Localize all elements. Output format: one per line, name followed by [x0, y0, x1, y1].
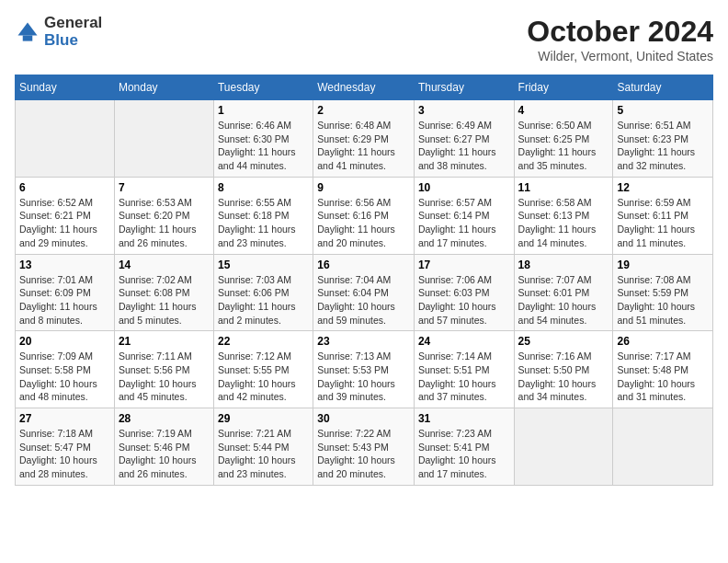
day-number: 23 [317, 335, 410, 348]
svg-marker-0 [18, 22, 38, 35]
calendar-cell: 13Sunrise: 7:01 AM Sunset: 6:09 PM Dayli… [16, 254, 115, 331]
calendar-cell: 2Sunrise: 6:48 AM Sunset: 6:29 PM Daylig… [313, 100, 415, 178]
calendar-cell: 23Sunrise: 7:13 AM Sunset: 5:53 PM Dayli… [313, 331, 415, 408]
month-title: October 2024 [527, 15, 713, 49]
day-detail: Sunrise: 7:09 AM Sunset: 5:58 PM Dayligh… [19, 350, 110, 404]
location: Wilder, Vermont, United States [527, 49, 713, 63]
weekday-header: Tuesday [213, 75, 313, 100]
day-number: 20 [19, 335, 110, 348]
logo-blue: Blue [44, 32, 102, 50]
weekday-header: Thursday [414, 75, 514, 100]
calendar-cell [114, 100, 213, 178]
day-detail: Sunrise: 6:57 AM Sunset: 6:14 PM Dayligh… [418, 196, 510, 250]
day-number: 31 [418, 412, 510, 425]
calendar-cell: 8Sunrise: 6:55 AM Sunset: 6:18 PM Daylig… [213, 177, 313, 254]
day-detail: Sunrise: 6:51 AM Sunset: 6:23 PM Dayligh… [617, 119, 709, 173]
day-number: 1 [218, 104, 309, 117]
calendar-cell: 22Sunrise: 7:12 AM Sunset: 5:55 PM Dayli… [213, 331, 313, 408]
logo-general: General [44, 15, 102, 32]
day-detail: Sunrise: 7:04 AM Sunset: 6:04 PM Dayligh… [317, 273, 410, 327]
day-number: 11 [518, 181, 609, 194]
weekday-header: Wednesday [313, 75, 415, 100]
day-number: 27 [19, 412, 110, 425]
weekday-header: Monday [114, 75, 213, 100]
calendar-cell: 5Sunrise: 6:51 AM Sunset: 6:23 PM Daylig… [613, 100, 713, 178]
day-number: 14 [119, 259, 210, 271]
calendar-cell [613, 408, 713, 486]
day-number: 12 [617, 181, 709, 194]
title-area: October 2024 Wilder, Vermont, United Sta… [527, 15, 713, 63]
day-detail: Sunrise: 7:06 AM Sunset: 6:03 PM Dayligh… [418, 273, 510, 327]
calendar-cell: 17Sunrise: 7:06 AM Sunset: 6:03 PM Dayli… [414, 254, 514, 331]
day-number: 5 [617, 104, 709, 117]
weekday-header: Friday [514, 75, 613, 100]
calendar-cell: 3Sunrise: 6:49 AM Sunset: 6:27 PM Daylig… [414, 100, 514, 178]
calendar-cell: 20Sunrise: 7:09 AM Sunset: 5:58 PM Dayli… [16, 331, 115, 408]
day-detail: Sunrise: 7:19 AM Sunset: 5:46 PM Dayligh… [119, 427, 210, 481]
day-detail: Sunrise: 6:48 AM Sunset: 6:29 PM Dayligh… [317, 119, 410, 173]
day-detail: Sunrise: 6:46 AM Sunset: 6:30 PM Dayligh… [218, 119, 309, 173]
logo-icon [15, 19, 40, 45]
calendar-cell: 27Sunrise: 7:18 AM Sunset: 5:47 PM Dayli… [16, 408, 115, 486]
day-detail: Sunrise: 6:55 AM Sunset: 6:18 PM Dayligh… [218, 196, 309, 250]
day-detail: Sunrise: 7:23 AM Sunset: 5:41 PM Dayligh… [418, 427, 510, 481]
day-number: 10 [418, 181, 510, 194]
day-detail: Sunrise: 7:14 AM Sunset: 5:51 PM Dayligh… [418, 350, 510, 404]
calendar-cell: 21Sunrise: 7:11 AM Sunset: 5:56 PM Dayli… [114, 331, 213, 408]
day-detail: Sunrise: 7:22 AM Sunset: 5:43 PM Dayligh… [317, 427, 410, 481]
day-number: 7 [119, 181, 210, 194]
logo-text: General Blue [44, 15, 102, 49]
day-number: 2 [317, 104, 410, 117]
calendar-cell: 30Sunrise: 7:22 AM Sunset: 5:43 PM Dayli… [313, 408, 415, 486]
weekday-header: Saturday [613, 75, 713, 100]
day-detail: Sunrise: 7:21 AM Sunset: 5:44 PM Dayligh… [218, 427, 309, 481]
calendar-cell [16, 100, 115, 178]
day-number: 28 [119, 412, 210, 425]
day-detail: Sunrise: 6:49 AM Sunset: 6:27 PM Dayligh… [418, 119, 510, 173]
calendar-cell: 1Sunrise: 6:46 AM Sunset: 6:30 PM Daylig… [213, 100, 313, 178]
day-detail: Sunrise: 7:18 AM Sunset: 5:47 PM Dayligh… [19, 427, 110, 481]
day-number: 16 [317, 259, 410, 271]
day-number: 30 [317, 412, 410, 425]
day-detail: Sunrise: 6:53 AM Sunset: 6:20 PM Dayligh… [119, 196, 210, 250]
day-detail: Sunrise: 7:11 AM Sunset: 5:56 PM Dayligh… [119, 350, 210, 404]
calendar-cell: 4Sunrise: 6:50 AM Sunset: 6:25 PM Daylig… [514, 100, 613, 178]
day-number: 17 [418, 259, 510, 271]
day-number: 8 [218, 181, 309, 194]
day-number: 24 [418, 335, 510, 348]
weekday-header: Sunday [16, 75, 115, 100]
calendar-cell: 28Sunrise: 7:19 AM Sunset: 5:46 PM Dayli… [114, 408, 213, 486]
calendar-cell: 24Sunrise: 7:14 AM Sunset: 5:51 PM Dayli… [414, 331, 514, 408]
day-detail: Sunrise: 7:16 AM Sunset: 5:50 PM Dayligh… [518, 350, 609, 404]
day-detail: Sunrise: 7:13 AM Sunset: 5:53 PM Dayligh… [317, 350, 410, 404]
day-number: 4 [518, 104, 609, 117]
calendar-cell: 25Sunrise: 7:16 AM Sunset: 5:50 PM Dayli… [514, 331, 613, 408]
calendar-cell: 15Sunrise: 7:03 AM Sunset: 6:06 PM Dayli… [213, 254, 313, 331]
day-number: 13 [19, 259, 110, 271]
day-detail: Sunrise: 7:07 AM Sunset: 6:01 PM Dayligh… [518, 273, 609, 327]
calendar-cell: 11Sunrise: 6:58 AM Sunset: 6:13 PM Dayli… [514, 177, 613, 254]
calendar-cell: 12Sunrise: 6:59 AM Sunset: 6:11 PM Dayli… [613, 177, 713, 254]
page-header: General Blue October 2024 Wilder, Vermon… [15, 15, 713, 63]
day-detail: Sunrise: 6:50 AM Sunset: 6:25 PM Dayligh… [518, 119, 609, 173]
day-detail: Sunrise: 7:17 AM Sunset: 5:48 PM Dayligh… [617, 350, 709, 404]
day-number: 29 [218, 412, 309, 425]
day-detail: Sunrise: 7:01 AM Sunset: 6:09 PM Dayligh… [19, 273, 110, 327]
calendar-cell: 9Sunrise: 6:56 AM Sunset: 6:16 PM Daylig… [313, 177, 415, 254]
logo: General Blue [15, 15, 102, 49]
calendar-cell: 31Sunrise: 7:23 AM Sunset: 5:41 PM Dayli… [414, 408, 514, 486]
calendar-cell: 6Sunrise: 6:52 AM Sunset: 6:21 PM Daylig… [16, 177, 115, 254]
day-detail: Sunrise: 6:58 AM Sunset: 6:13 PM Dayligh… [518, 196, 609, 250]
calendar-table: SundayMondayTuesdayWednesdayThursdayFrid… [15, 75, 713, 486]
day-detail: Sunrise: 6:59 AM Sunset: 6:11 PM Dayligh… [617, 196, 709, 250]
calendar-cell: 10Sunrise: 6:57 AM Sunset: 6:14 PM Dayli… [414, 177, 514, 254]
svg-rect-1 [23, 35, 33, 40]
day-detail: Sunrise: 7:12 AM Sunset: 5:55 PM Dayligh… [218, 350, 309, 404]
calendar-cell [514, 408, 613, 486]
day-detail: Sunrise: 7:08 AM Sunset: 5:59 PM Dayligh… [617, 273, 709, 327]
day-number: 3 [418, 104, 510, 117]
day-number: 25 [518, 335, 609, 348]
day-detail: Sunrise: 7:03 AM Sunset: 6:06 PM Dayligh… [218, 273, 309, 327]
day-number: 15 [218, 259, 309, 271]
day-number: 18 [518, 259, 609, 271]
